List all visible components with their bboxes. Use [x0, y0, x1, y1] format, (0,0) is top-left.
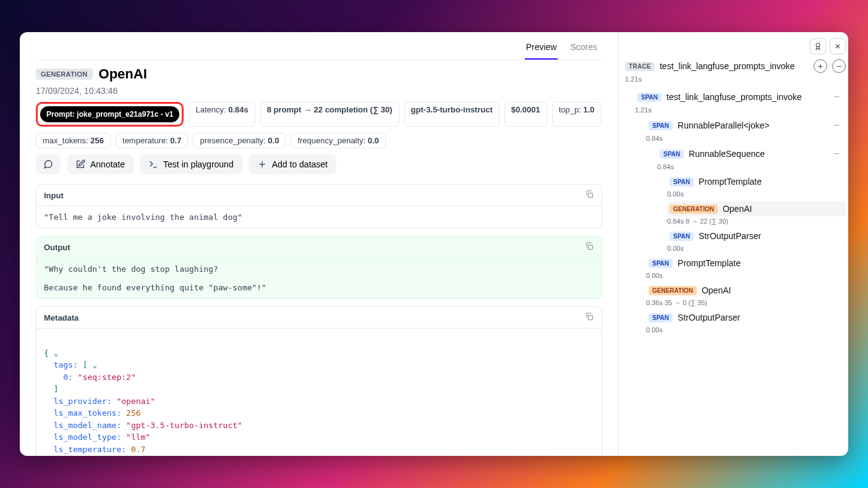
trace-node[interactable]: SPANPromptTemplate0.00s	[625, 256, 846, 279]
copy-icon	[585, 190, 594, 199]
annotate-button[interactable]: Annotate	[67, 154, 134, 174]
trace-node[interactable]: SPANStrOutputParser0.00s	[625, 229, 846, 252]
node-name: RunnableParallel<joke>	[678, 120, 770, 130]
copy-input-button[interactable]	[585, 190, 594, 201]
trace-badge: TRACE	[625, 62, 655, 71]
output-body: "Why couldn't the dog stop laughing? Bec…	[36, 258, 602, 298]
prompt-pill[interactable]: Prompt: joke_prompt_e21a971c - v1	[40, 106, 179, 122]
span-badge: SPAN	[649, 259, 673, 268]
chip-presence-penalty: presence_penalty: 0.0	[193, 133, 286, 148]
node-time: 0.36s 35 → 0 (∑ 35)	[646, 299, 846, 306]
plus-icon	[257, 159, 267, 169]
input-section: Input "Tell me a joke involving the anim…	[36, 184, 602, 229]
node-name: test_link_langfuse_prompts_invoke	[666, 92, 802, 102]
node-name: PromptTemplate	[699, 177, 762, 187]
chip-latency: Latency: 0.84s	[189, 102, 255, 127]
bookmark-button[interactable]	[810, 38, 826, 54]
span-badge: SPAN	[670, 232, 694, 241]
playground-label: Test in playground	[163, 159, 234, 169]
prompt-highlight-box: Prompt: joke_prompt_e21a971c - v1	[36, 102, 184, 127]
chip-top-p: top_p: 1.0	[552, 102, 602, 127]
node-name: PromptTemplate	[678, 258, 741, 268]
node-time: 0.84s	[646, 135, 846, 142]
copy-icon	[585, 312, 594, 321]
svg-rect-4	[589, 245, 593, 250]
trace-sidebar: TRACE test_link_langfuse_prompts_invoke …	[618, 32, 848, 456]
trace-node[interactable]: SPANPromptTemplate0.00s	[625, 174, 846, 198]
main-panel: Preview Scores GENERATION OpenAI 17/09/2…	[20, 32, 618, 456]
chip-cost: $0.0001	[504, 102, 547, 127]
sidebar-top-actions	[625, 38, 846, 54]
copy-metadata-button[interactable]	[585, 312, 594, 323]
collapse-toggle[interactable]: −	[834, 120, 843, 131]
node-time: 0.00s	[646, 326, 846, 334]
trace-node[interactable]: GENERATIONOpenAI0.84s 8 → 22 (∑ 30)	[625, 201, 846, 225]
node-time: 0.00s	[667, 245, 846, 252]
trace-time: 1.21s	[625, 75, 846, 83]
trace-tree: SPANtest_link_langfuse_prompts_invoke−1.…	[625, 89, 846, 334]
node-name: StrOutputParser	[699, 231, 761, 241]
app-window: Preview Scores GENERATION OpenAI 17/09/2…	[20, 32, 848, 456]
metadata-title: Metadata	[44, 313, 79, 322]
span-badge: SPAN	[637, 93, 662, 102]
svg-point-6	[816, 43, 820, 47]
span-badge: SPAN	[649, 313, 673, 322]
chip-tokens: 8 prompt → 22 completion (∑ 30)	[260, 102, 399, 127]
trace-node[interactable]: SPANRunnableSequence−0.84s	[625, 146, 846, 170]
annotate-label: Annotate	[90, 159, 125, 169]
input-title: Input	[44, 191, 64, 200]
generation-badge-sm: GENERATION	[670, 204, 718, 214]
node-name: StrOutputParser	[678, 313, 740, 322]
span-badge: SPAN	[660, 149, 684, 159]
dataset-button[interactable]: Add to dataset	[249, 154, 336, 174]
tab-preview[interactable]: Preview	[525, 40, 558, 60]
metadata-section: Metadata { ⌄ tags: [ ⌄ 0: "seq:step:2" ]…	[36, 306, 602, 456]
chip-temperature: temperature: 0.7	[116, 133, 188, 148]
tab-scores[interactable]: Scores	[569, 40, 598, 59]
node-time: 0.84s	[657, 163, 846, 170]
node-time: 0.00s	[646, 272, 846, 279]
timestamp: 17/09/2024, 10:43:46	[36, 86, 602, 96]
svg-rect-3	[589, 193, 593, 198]
collapse-all-button[interactable]: −	[832, 59, 846, 73]
dataset-label: Add to dataset	[272, 159, 328, 169]
trace-header: TRACE test_link_langfuse_prompts_invoke …	[625, 59, 846, 73]
chip-model: gpt-3.5-turbo-instruct	[404, 102, 500, 127]
bookmark-icon	[814, 42, 822, 51]
svg-rect-5	[589, 316, 593, 320]
chip-max-tokens: max_tokens: 256	[36, 133, 111, 148]
chips-row-2: max_tokens: 256 temperature: 0.7 presenc…	[36, 133, 602, 148]
output-title: Output	[44, 243, 70, 252]
node-name: OpenAI	[723, 204, 752, 214]
input-body: "Tell me a joke involving the animal dog…	[36, 206, 602, 228]
close-icon	[834, 43, 841, 50]
span-badge: SPAN	[670, 177, 694, 187]
node-name: RunnableSequence	[689, 149, 765, 159]
trace-node[interactable]: SPANRunnableParallel<joke>−0.84s	[625, 117, 846, 142]
trace-node[interactable]: SPANStrOutputParser0.00s	[625, 310, 846, 334]
collapse-toggle[interactable]: −	[834, 91, 843, 103]
tabs: Preview Scores	[36, 40, 602, 60]
playground-button[interactable]: Test in playground	[140, 154, 242, 174]
title-row: GENERATION OpenAI	[36, 66, 602, 82]
span-badge: SPAN	[649, 121, 673, 130]
comment-button[interactable]	[36, 154, 61, 174]
node-time: 0.84s 8 → 22 (∑ 30)	[667, 217, 846, 225]
copy-icon	[585, 242, 594, 251]
copy-output-button[interactable]	[585, 242, 594, 253]
trace-node[interactable]: SPANtest_link_langfuse_prompts_invoke−1.…	[625, 89, 846, 114]
generation-badge-sm: GENERATION	[649, 286, 697, 295]
node-name: OpenAI	[702, 285, 731, 295]
terminal-icon	[148, 159, 158, 169]
node-time: 0.00s	[667, 190, 846, 198]
collapse-toggle[interactable]: −	[834, 148, 843, 159]
generation-badge: GENERATION	[36, 69, 93, 80]
expand-all-button[interactable]: +	[814, 59, 827, 73]
trace-node[interactable]: GENERATIONOpenAI0.36s 35 → 0 (∑ 35)	[625, 283, 846, 306]
chip-frequency-penalty: frequency_penalty: 0.0	[291, 133, 386, 148]
node-time: 1.21s	[635, 106, 846, 114]
close-sidebar-button[interactable]	[830, 38, 846, 54]
metadata-body: { ⌄ tags: [ ⌄ 0: "seq:step:2" ] ls_provi…	[36, 329, 602, 456]
chips-row-1: Prompt: joke_prompt_e21a971c - v1 Latenc…	[36, 102, 602, 127]
actions-row: Annotate Test in playground Add to datas…	[36, 154, 602, 174]
